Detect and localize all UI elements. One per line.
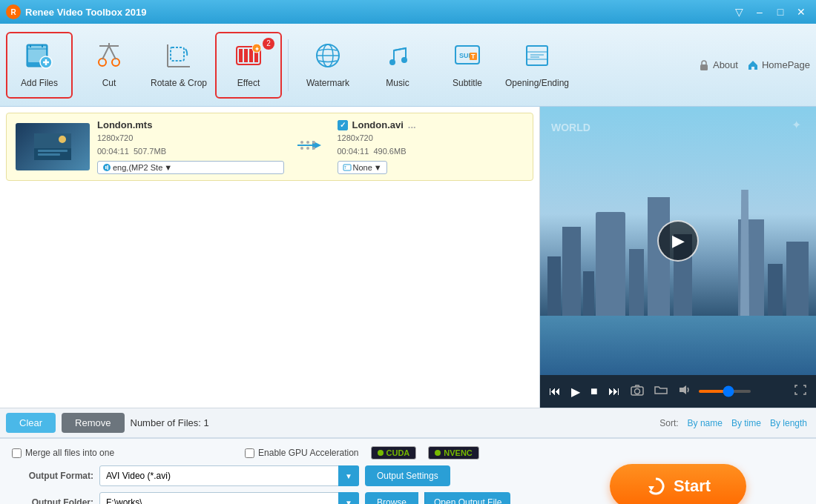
maximize-button[interactable]: □ (771, 4, 789, 19)
merge-files-checkbox[interactable] (12, 448, 22, 458)
fullscreen-button[interactable] (791, 382, 810, 400)
minimize-button[interactable]: – (751, 4, 769, 19)
subtitle-select-icon: T (343, 163, 352, 172)
volume-slider[interactable] (699, 390, 751, 393)
volume-button[interactable] (675, 382, 694, 400)
title-bar: R Renee Video Toolbox 2019 ▽ – □ ✕ (0, 0, 816, 24)
svg-rect-34 (527, 46, 547, 65)
svg-text:T: T (344, 165, 346, 170)
file-panel: London.mts 1280x720 00:04:11 507.7MB eng… (0, 107, 540, 408)
about-label: About (713, 59, 738, 70)
rotate-crop-label: Rotate & Crop (151, 78, 207, 88)
browse-button[interactable]: Browse (365, 492, 418, 504)
stop-button[interactable]: ■ (588, 383, 601, 399)
toolbar-watermark[interactable]: Watermark (295, 32, 361, 99)
close-button[interactable]: ✕ (792, 4, 810, 19)
output-more-options[interactable]: ... (408, 119, 416, 130)
output-folder-label: Output Folder: (12, 497, 93, 504)
svg-rect-44 (38, 153, 60, 156)
merge-files-checkbox-label[interactable]: Merge all files into one (12, 448, 114, 458)
output-folder-select[interactable]: F:\works\ (99, 492, 359, 504)
homepage-label: HomePage (762, 59, 810, 70)
watermark-label: Watermark (306, 78, 349, 88)
preview-panel: WORLD ✦ ▶ ⏮ ▶ ■ ⏭ (540, 107, 816, 408)
output-filename: London.avi (352, 119, 404, 130)
subtitle-dropdown-arrow: ▼ (374, 163, 382, 172)
svg-line-11 (109, 46, 116, 59)
svg-point-54 (312, 147, 315, 150)
file-input-info: London.mts 1280x720 00:04:11 507.7MB eng… (97, 119, 284, 174)
cut-label: Cut (102, 78, 116, 88)
open-output-button[interactable]: Open Output File (424, 492, 510, 504)
sort-by-length[interactable]: By length (767, 417, 810, 430)
play-button[interactable]: ▶ (568, 383, 583, 400)
audio-track-value: eng,(MP2 Ste (113, 163, 162, 172)
svg-point-28 (401, 57, 407, 63)
title-bar-controls: ▽ – □ ✕ (730, 4, 810, 19)
merge-files-label: Merge all files into one (25, 448, 114, 458)
about-link[interactable]: About (698, 59, 738, 71)
wifi-button[interactable]: ▽ (730, 4, 748, 19)
svg-rect-20 (249, 49, 253, 62)
svg-point-9 (112, 59, 119, 66)
sort-by-time[interactable]: By time (728, 417, 764, 430)
effect-label: Effect (237, 78, 260, 88)
svg-text:T: T (471, 53, 476, 60)
svg-point-52 (300, 147, 303, 150)
output-checkbox[interactable]: ✓ (338, 120, 348, 130)
start-button[interactable]: Start (610, 464, 746, 504)
svg-marker-59 (680, 385, 686, 394)
toolbar-subtitle[interactable]: SUB T Subtitle (434, 32, 501, 99)
opening-ending-label: Opening/Ending (505, 78, 569, 88)
open-folder-button[interactable] (651, 382, 671, 400)
arrow-right-icon (297, 136, 324, 154)
toolbar-music[interactable]: Music (364, 32, 431, 99)
output-settings-button[interactable]: Output Settings (365, 465, 450, 486)
svg-point-50 (306, 141, 309, 144)
input-filename: London.mts (97, 119, 284, 130)
subtitle-select-value: None (353, 163, 372, 172)
toolbar-effect[interactable]: 2 ✦ Effect (215, 32, 282, 99)
audio-dropdown-arrow: ▼ (164, 163, 172, 172)
preview-video-area: WORLD ✦ ▶ (540, 107, 816, 375)
file-count-label: Number of Files: 1 (131, 417, 209, 428)
cut-icon (95, 42, 123, 73)
add-files-label: Add Files (21, 78, 58, 88)
preview-play-button[interactable]: ▶ (657, 220, 699, 262)
sort-by-name[interactable]: By name (685, 417, 725, 430)
toolbar-cut[interactable]: Cut (76, 32, 142, 99)
nvenc-dot (435, 450, 441, 456)
homepage-link[interactable]: HomePage (747, 59, 810, 71)
start-label: Start (674, 477, 711, 496)
screenshot-button[interactable] (628, 382, 647, 400)
audio-track-select[interactable]: eng,(MP2 Ste ▼ (97, 161, 284, 174)
main-content: London.mts 1280x720 00:04:11 507.7MB eng… (0, 107, 816, 408)
svg-point-42 (59, 136, 66, 143)
gpu-accel-checkbox[interactable] (245, 448, 254, 458)
svg-rect-47 (108, 165, 109, 170)
file-row: London.mts 1280x720 00:04:11 507.7MB eng… (6, 113, 533, 181)
gpu-accel-label: Enable GPU Acceleration (258, 448, 358, 458)
toolbar-right: About HomePage (698, 59, 810, 71)
music-label: Music (386, 78, 409, 88)
folder-icon (654, 384, 668, 396)
world-watermark: WORLD (551, 122, 590, 133)
action-bar: Clear Remove Number of Files: 1 Sort: By… (0, 408, 816, 437)
clear-button[interactable]: Clear (6, 413, 56, 433)
gpu-accel-checkbox-label[interactable]: Enable GPU Acceleration (245, 448, 358, 458)
remove-button[interactable]: Remove (62, 413, 124, 433)
toolbar-add-files[interactable]: Add Files (6, 32, 73, 99)
subtitle-select[interactable]: T None ▼ (338, 161, 387, 174)
svg-point-49 (300, 141, 303, 144)
output-duration-size: 00:04:11 490.6MB (338, 145, 524, 159)
toolbar-opening-ending[interactable]: Opening/Ending (504, 32, 570, 99)
skip-to-end-button[interactable]: ⏭ (605, 383, 623, 399)
output-resolution: 1280x720 (338, 132, 524, 145)
convert-arrow (297, 136, 324, 157)
toolbar-rotate-crop[interactable]: Rotate & Crop (145, 32, 212, 99)
output-filename-row: ✓ London.avi ... (338, 119, 524, 130)
input-resolution: 1280x720 (97, 132, 284, 145)
output-format-select[interactable]: AVI Video (*.avi) MP4 Video (*.mp4) MKV … (99, 465, 359, 486)
cuda-label: CUDA (386, 448, 410, 457)
skip-to-start-button[interactable]: ⏮ (546, 383, 564, 399)
